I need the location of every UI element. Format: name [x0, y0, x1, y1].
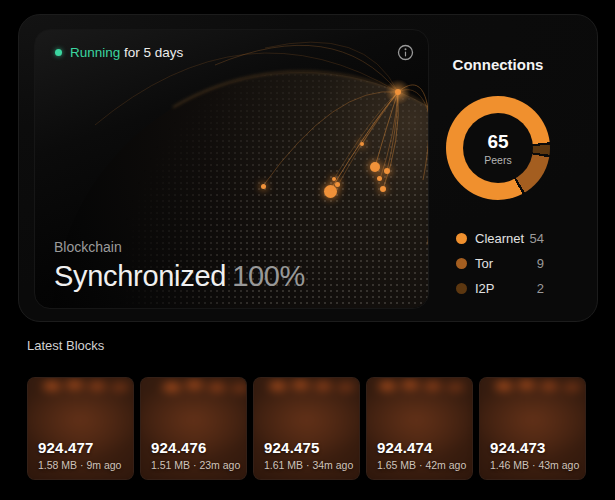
block-meta: 1.46 MB · 43m ago [490, 459, 579, 471]
block-info: 924.477 1.58 MB · 9m ago [38, 439, 121, 471]
info-icon [397, 44, 414, 61]
peer-dot [380, 186, 386, 192]
legend-value: 54 [530, 231, 544, 246]
blockchain-sync-status: Blockchain Synchronized100% [54, 239, 305, 293]
block-meta: 1.58 MB · 9m ago [38, 459, 121, 471]
peer-count: 65 [487, 131, 508, 153]
node-status: Running for 5 days [55, 45, 183, 60]
block-card[interactable]: 924.476 1.51 MB · 23m ago [140, 377, 247, 480]
latest-blocks-row: 924.477 1.58 MB · 9m ago 924.476 1.51 MB… [27, 377, 586, 480]
peer-dot [377, 176, 382, 181]
legend-value: 9 [537, 256, 544, 271]
block-height: 924.476 [151, 439, 240, 456]
block-height: 924.477 [38, 439, 121, 456]
legend-label: Tor [475, 256, 493, 271]
block-card[interactable]: 924.475 1.61 MB · 34m ago [253, 377, 360, 480]
block-card[interactable]: 924.477 1.58 MB · 9m ago [27, 377, 134, 480]
peer-dot [332, 177, 336, 181]
bitcoin-node-dashboard: Running for 5 days Blockchain Synchroniz… [0, 0, 615, 500]
connections-panel: Connections 65 Peers Clearnet 54 Tor 9 [430, 15, 566, 321]
block-meta: 1.61 MB · 34m ago [264, 459, 353, 471]
blockchain-label: Blockchain [54, 239, 305, 255]
connections-legend: Clearnet 54 Tor 9 I2P 2 [456, 230, 544, 297]
latest-blocks-title: Latest Blocks [27, 338, 104, 353]
legend-label: I2P [475, 281, 495, 296]
connections-donut-chart: 65 Peers [446, 96, 550, 200]
legend-dot [456, 258, 467, 269]
sync-status-text: Synchronized100% [54, 260, 305, 293]
synchronized-label: Synchronized [54, 260, 226, 292]
block-info: 924.475 1.61 MB · 34m ago [264, 439, 353, 471]
peer-dot [395, 89, 401, 95]
sync-percent: 100% [232, 260, 305, 292]
legend-row-tor: Tor 9 [456, 255, 544, 272]
block-info: 924.476 1.51 MB · 23m ago [151, 439, 240, 471]
legend-value: 2 [537, 281, 544, 296]
peer-dot [261, 184, 266, 189]
block-info: 924.474 1.65 MB · 42m ago [377, 439, 466, 471]
block-height: 924.474 [377, 439, 466, 456]
legend-dot [456, 283, 467, 294]
block-meta: 1.51 MB · 23m ago [151, 459, 240, 471]
globe-card: Running for 5 days Blockchain Synchroniz… [34, 29, 429, 309]
block-height: 924.475 [264, 439, 353, 456]
block-meta: 1.65 MB · 42m ago [377, 459, 466, 471]
info-button[interactable] [395, 42, 415, 62]
block-height: 924.473 [490, 439, 579, 456]
legend-row-i2p: I2P 2 [456, 280, 544, 297]
peer-dot [335, 182, 340, 187]
legend-dot [456, 233, 467, 244]
block-card[interactable]: 924.473 1.46 MB · 43m ago [479, 377, 586, 480]
peer-dot [324, 185, 337, 198]
running-status-dot [55, 49, 62, 56]
node-status-card: Running for 5 days Blockchain Synchroniz… [18, 14, 598, 322]
donut-center: 65 Peers [463, 113, 533, 183]
uptime-label: for 5 days [124, 45, 183, 60]
legend-row-clearnet: Clearnet 54 [456, 230, 544, 247]
peer-dot [360, 142, 364, 146]
legend-label: Clearnet [475, 231, 524, 246]
peer-dot [384, 168, 390, 174]
block-card[interactable]: 924.474 1.65 MB · 42m ago [366, 377, 473, 480]
peer-unit-label: Peers [484, 154, 511, 166]
running-label: Running [70, 45, 120, 60]
connections-title: Connections [430, 56, 566, 73]
peer-dot [370, 162, 380, 172]
block-info: 924.473 1.46 MB · 43m ago [490, 439, 579, 471]
